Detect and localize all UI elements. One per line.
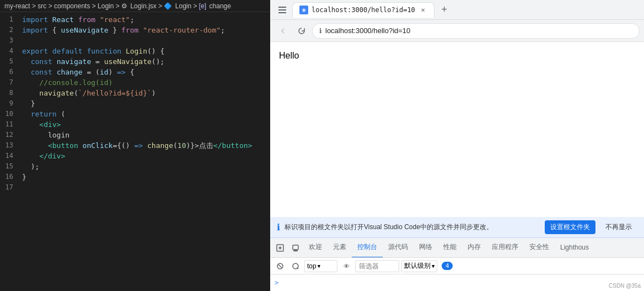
browser-panel-wrapper: ⚛ localhost:3000/hello?id=10 ✕ + ℹ local…: [270, 0, 644, 291]
filter-input[interactable]: [355, 260, 399, 272]
tab-sources[interactable]: 源代码: [383, 238, 414, 258]
devtools-device-button[interactable]: [288, 240, 303, 256]
editor-panel: my-react > src > components > Login > ⚙ …: [0, 0, 270, 291]
set-root-folder-button[interactable]: 设置根文件夹: [545, 220, 595, 234]
tab-network[interactable]: 网络: [414, 238, 438, 258]
svg-rect-8: [293, 245, 298, 250]
tab-welcome[interactable]: 欢迎: [303, 238, 328, 258]
code-line-13: 13 <button onClick={() => change(10)}>点击…: [0, 140, 270, 151]
top-dropdown-icon: ▼: [318, 263, 320, 269]
tab-application[interactable]: 应用程序: [486, 238, 524, 258]
tab-lighthouse[interactable]: Lighthous: [555, 238, 594, 258]
sidebar-toggle-button[interactable]: [275, 2, 290, 18]
url-text: localhost:3000/hello?id=10: [325, 27, 410, 35]
code-line-11: 11 <div>: [0, 119, 270, 130]
devtools-console: >: [270, 274, 644, 291]
log-level-selector[interactable]: 默认级别 ▼: [401, 260, 437, 272]
code-line-5: 5 const navigate = useNavigate();: [0, 56, 270, 67]
code-line-17: 17: [0, 182, 270, 193]
code-line-12: 12 login: [0, 130, 270, 140]
tab-favicon: ⚛: [299, 6, 308, 14]
tab-bar: ⚛ localhost:3000/hello?id=10 ✕ +: [292, 2, 640, 18]
code-line-8: 8 navigate(`/hello?id=${id}`): [0, 88, 270, 98]
code-line-15: 15 );: [0, 161, 270, 172]
info-icon: ℹ: [319, 27, 322, 35]
svg-rect-1: [278, 9, 286, 10]
code-line-6: 6 const change = (id) => {: [0, 67, 270, 77]
svg-rect-2: [278, 12, 286, 13]
devtools-tabs: 欢迎 元素 控制台 源代码 网络 性能 内存 应用程序 安全性 Lighthou…: [270, 238, 644, 258]
code-line-2: 2 import { useNavigate } from "react-rou…: [0, 25, 270, 35]
browser-tab[interactable]: ⚛ localhost:3000/hello?id=10 ✕: [292, 2, 434, 18]
code-line-3: 3: [0, 35, 270, 46]
top-selector[interactable]: top ▼: [304, 260, 337, 272]
top-label: top: [307, 262, 316, 270]
log-level-label: 默认级别: [404, 261, 431, 271]
dismiss-notification-button[interactable]: 不再显示: [600, 220, 637, 234]
svg-rect-9: [294, 250, 297, 251]
csdn-watermark: CSDN @35a: [609, 283, 641, 289]
browser-titlebar: ⚛ localhost:3000/hello?id=10 ✕ +: [270, 0, 644, 20]
log-level-dropdown-icon: ▼: [432, 263, 434, 269]
console-prompt-arrow[interactable]: >: [275, 279, 278, 287]
devtools-inspect-button[interactable]: [272, 240, 288, 256]
code-line-9: 9 }: [0, 98, 270, 109]
address-bar[interactable]: ℹ localhost:3000/hello?id=10: [312, 23, 640, 39]
code-line-7: 7 //console.log(id): [0, 77, 270, 88]
code-line-16: 16 }: [0, 172, 270, 182]
notification-icon: ℹ: [277, 222, 280, 232]
svg-line-11: [278, 264, 282, 268]
devtools-toolbar: top ▼ 👁 默认级别 ▼ 4: [270, 258, 644, 274]
refresh-button[interactable]: [293, 23, 310, 39]
tab-title: localhost:3000/hello?id=10: [312, 6, 415, 14]
eye-button[interactable]: 👁: [340, 260, 353, 273]
notification-text: 标识项目的根文件夹以打开Visual Studio Code中的源文件并同步更改…: [285, 223, 540, 232]
tab-security[interactable]: 安全性: [524, 238, 555, 258]
hello-text: Hello: [279, 51, 299, 60]
svg-rect-0: [278, 7, 286, 8]
breadcrumb-text: my-react > src > components > Login > ⚙ …: [4, 2, 231, 10]
console-clear-button[interactable]: [273, 260, 287, 273]
back-button[interactable]: [275, 23, 291, 39]
browser-navbar: ℹ localhost:3000/hello?id=10: [270, 20, 644, 42]
code-line-14: 14 </div>: [0, 151, 270, 161]
console-badge: 4: [442, 262, 453, 270]
new-tab-button[interactable]: +: [437, 2, 452, 18]
code-line-1: 1 import React from "react";: [0, 14, 270, 25]
tab-close-button[interactable]: ✕: [418, 6, 427, 14]
notification-bar: ℹ 标识项目的根文件夹以打开Visual Studio Code中的源文件并同步…: [270, 217, 644, 238]
code-line-10: 10 return (: [0, 109, 270, 119]
console-filter-button[interactable]: [289, 260, 302, 273]
svg-text:⚛: ⚛: [302, 8, 306, 13]
tab-console[interactable]: 控制台: [352, 238, 383, 258]
browser-content: Hello: [270, 42, 644, 217]
tab-elements[interactable]: 元素: [328, 238, 352, 258]
code-area: 1 import React from "react"; 2 import { …: [0, 12, 270, 291]
breadcrumb: my-react > src > components > Login > ⚙ …: [0, 0, 270, 12]
tab-memory[interactable]: 内存: [462, 238, 486, 258]
tab-performance[interactable]: 性能: [438, 238, 462, 258]
code-line-4: 4 export default function Login() {: [0, 46, 270, 56]
